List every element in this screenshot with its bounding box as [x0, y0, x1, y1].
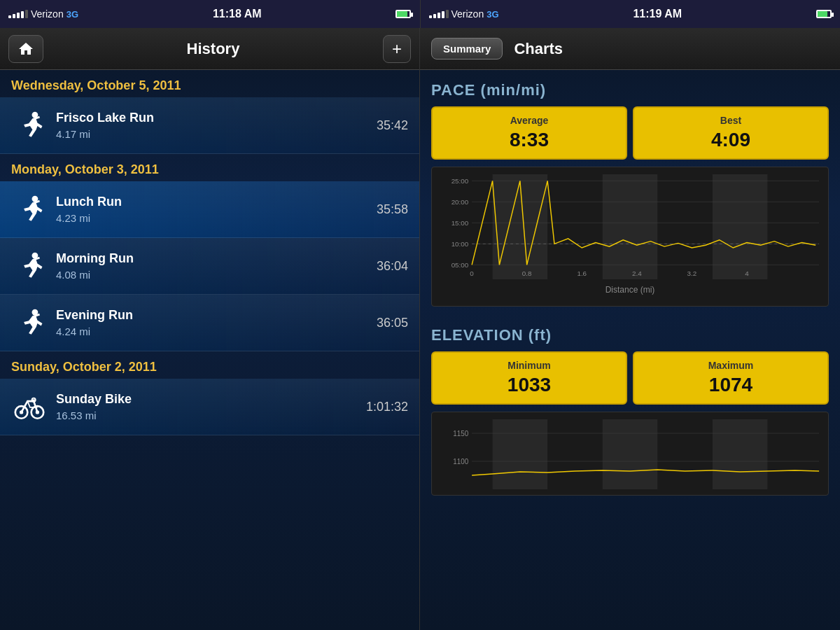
svg-rect-33	[713, 419, 768, 489]
list-item[interactable]: Evening Run 4.24 mi 36:05	[0, 295, 419, 351]
svg-point-0	[32, 112, 38, 118]
time-right: 11:19 AM	[633, 8, 682, 20]
elevation-min-box: Minimum 1033	[431, 351, 627, 405]
battery-icon-right	[816, 10, 832, 18]
svg-point-7	[36, 410, 39, 414]
activity-time-0: 35:42	[377, 118, 408, 133]
home-button[interactable]	[8, 35, 43, 63]
bike-icon-2	[11, 388, 48, 425]
pace-best-value: 4:09	[643, 129, 819, 151]
pace-title: PACE (min/mi)	[431, 81, 829, 99]
activity-distance-0: 4.17 mi	[56, 128, 368, 140]
svg-point-4	[15, 406, 28, 419]
elevation-title: ELEVATION (ft)	[431, 326, 829, 344]
list-item[interactable]: Lunch Run 4.23 mi 35:58	[0, 181, 419, 238]
battery-icon-left	[396, 10, 411, 18]
svg-text:1.6: 1.6	[577, 270, 587, 278]
summary-button[interactable]: Summary	[431, 38, 503, 59]
left-panel-title: History	[187, 40, 240, 58]
carrier-name-right: Verizon	[451, 8, 484, 20]
activity-time-1c: 36:05	[377, 316, 408, 330]
charts-title: Charts	[514, 40, 563, 58]
activity-details-1b: Morning Run 4.08 mi	[48, 251, 377, 281]
pace-stats-row: Average 8:33 Best 4:09	[431, 106, 829, 160]
left-panel: History + Wednesday, October 5, 2011 Fri…	[0, 28, 420, 630]
network-left: 3G	[66, 9, 78, 20]
charts-content: PACE (min/mi) Average 8:33 Best 4:09	[420, 70, 840, 507]
pace-average-value: 8:33	[441, 129, 617, 151]
network-right: 3G	[486, 9, 498, 20]
activity-name-2: Sunday Bike	[56, 392, 358, 407]
pace-average-label: Average	[441, 115, 617, 126]
svg-text:15:00: 15:00	[451, 219, 469, 227]
activity-details-1a: Lunch Run 4.23 mi	[48, 195, 377, 224]
pace-chart: 25:00 20:00 15:00 10:00 05:00 0 0.8	[431, 167, 829, 307]
pace-x-axis-label: Distance (mi)	[438, 285, 822, 295]
pace-chart-svg: 25:00 20:00 15:00 10:00 05:00 0 0.8	[438, 174, 822, 279]
svg-text:1100: 1100	[453, 458, 468, 465]
pace-section: PACE (min/mi) Average 8:33 Best 4:09	[431, 81, 829, 307]
svg-point-3	[32, 309, 38, 316]
date-header-1: Monday, October 3, 2011	[0, 154, 419, 181]
elevation-max-label: Maximum	[643, 360, 819, 371]
activity-distance-1b: 4.08 mi	[56, 269, 368, 281]
pace-best-box: Best 4:09	[633, 106, 829, 160]
date-header-0: Wednesday, October 5, 2011	[0, 70, 419, 97]
elevation-chart: 1150 1100	[431, 412, 829, 496]
battery-left	[396, 10, 411, 18]
time-left: 11:18 AM	[213, 8, 262, 20]
activity-name-0: Frisco Lake Run	[56, 111, 368, 125]
svg-text:25:00: 25:00	[451, 177, 469, 185]
svg-point-5	[31, 406, 44, 419]
svg-rect-10	[493, 174, 548, 279]
svg-text:10:00: 10:00	[451, 240, 469, 248]
activity-time-2: 1:01:32	[366, 400, 408, 414]
run-icon-1a	[11, 191, 48, 227]
pace-average-box: Average 8:33	[431, 106, 627, 160]
status-bar-right: Verizon 3G 11:19 AM	[420, 0, 841, 28]
svg-text:3.2: 3.2	[687, 270, 697, 278]
home-icon	[18, 41, 34, 57]
right-panel: Summary Charts PACE (min/mi) Average 8:3…	[420, 28, 840, 630]
carrier-name-left: Verizon	[31, 8, 64, 20]
svg-text:0.8: 0.8	[522, 270, 532, 278]
activity-name-1c: Evening Run	[56, 308, 368, 323]
svg-rect-31	[493, 419, 548, 489]
list-item[interactable]: Frisco Lake Run 4.17 mi 35:42	[0, 97, 419, 154]
signal-left	[8, 10, 28, 18]
activity-details-1c: Evening Run 4.24 mi	[48, 308, 377, 337]
elevation-stats-row: Minimum 1033 Maximum 1074	[431, 351, 829, 405]
activity-details-2: Sunday Bike 16.53 mi	[48, 392, 366, 421]
history-list: Wednesday, October 5, 2011 Frisco Lake R…	[0, 70, 419, 630]
elevation-min-label: Minimum	[441, 360, 617, 371]
elevation-chart-svg: 1150 1100	[438, 419, 822, 489]
activity-time-1b: 36:04	[377, 259, 408, 274]
svg-point-6	[20, 410, 23, 414]
activity-time-1a: 35:58	[377, 202, 408, 217]
activity-distance-1a: 4.23 mi	[56, 212, 368, 224]
svg-rect-11	[603, 174, 658, 279]
elevation-max-value: 1074	[643, 374, 819, 396]
activity-distance-2: 16.53 mi	[56, 410, 358, 421]
svg-text:0: 0	[470, 270, 473, 278]
svg-point-2	[32, 253, 38, 259]
elevation-min-value: 1033	[441, 374, 617, 396]
svg-point-1	[32, 196, 38, 202]
svg-text:20:00: 20:00	[451, 198, 469, 206]
svg-text:05:00: 05:00	[451, 261, 469, 269]
pace-best-label: Best	[643, 115, 819, 126]
svg-text:1150: 1150	[453, 430, 468, 438]
right-header: Summary Charts	[420, 28, 840, 70]
add-button[interactable]: +	[383, 35, 411, 63]
elevation-max-box: Maximum 1074	[633, 351, 829, 405]
status-bar-left: Verizon 3G 11:18 AM	[0, 0, 420, 28]
elevation-section: ELEVATION (ft) Minimum 1033 Maximum 1074	[431, 326, 829, 496]
svg-text:4: 4	[745, 270, 749, 278]
main-content: History + Wednesday, October 5, 2011 Fri…	[0, 28, 840, 630]
carrier-left: Verizon 3G	[8, 8, 78, 20]
signal-right	[429, 10, 449, 18]
list-item[interactable]: Morning Run 4.08 mi 36:04	[0, 238, 419, 295]
carrier-right: Verizon 3G	[429, 8, 499, 20]
list-item[interactable]: Sunday Bike 16.53 mi 1:01:32	[0, 379, 419, 435]
activity-distance-1c: 4.24 mi	[56, 326, 368, 337]
